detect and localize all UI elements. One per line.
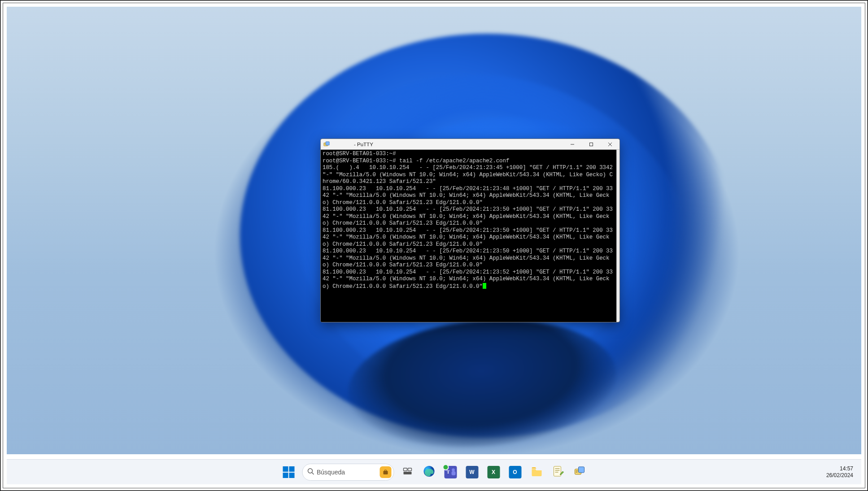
svg-rect-11 (403, 468, 407, 471)
search-icon (307, 468, 314, 476)
svg-rect-12 (408, 468, 411, 471)
svg-rect-18 (451, 471, 455, 475)
notepadpp-button[interactable] (548, 462, 568, 482)
excel-icon: X (487, 466, 500, 478)
svg-rect-19 (554, 466, 561, 476)
notepadpp-icon (552, 465, 564, 479)
svg-rect-10 (384, 470, 386, 471)
word-icon: W (466, 466, 478, 478)
scroll-up-icon[interactable]: ▲ (617, 150, 620, 156)
svg-rect-13 (403, 472, 411, 474)
putty-taskbar-button[interactable] (570, 462, 589, 482)
svg-point-17 (452, 468, 455, 471)
putty-title-text: - PuTTY (332, 142, 373, 147)
terminal-text: root@SRV-BETA01-033:~# root@SRV-BETA01-0… (323, 151, 616, 290)
putty-titlebar[interactable]: - PuTTY (321, 139, 619, 150)
taskbar[interactable]: Búsqueda T (7, 459, 861, 484)
task-view-button[interactable] (397, 462, 417, 482)
tray-time: 14:57 (840, 465, 853, 472)
terminal-cursor (483, 283, 486, 289)
word-button[interactable]: W (462, 462, 482, 482)
outlook-icon: O (509, 466, 521, 478)
tray-date: 26/02/2024 (826, 472, 853, 479)
outlook-button[interactable]: O (505, 462, 525, 482)
putty-icon (323, 141, 330, 148)
edge-button[interactable] (419, 462, 439, 482)
putty-taskbar-icon (574, 465, 585, 479)
search-placeholder: Búsqueda (317, 469, 345, 476)
desktop-wallpaper[interactable]: - PuTTY root@SRV-BETA01-033:~# root@SRV-… (7, 7, 861, 454)
teams-button[interactable]: T (441, 462, 460, 482)
windows-logo-icon (283, 466, 294, 478)
maximize-button[interactable] (582, 139, 601, 150)
scroll-down-icon[interactable]: ▼ (617, 316, 620, 322)
svg-point-7 (308, 469, 312, 473)
svg-rect-4 (590, 143, 593, 146)
explorer-button[interactable] (527, 462, 546, 482)
minimize-button[interactable] (563, 139, 582, 150)
close-button[interactable] (601, 139, 619, 150)
terminal-output[interactable]: root@SRV-BETA01-033:~# root@SRV-BETA01-0… (321, 150, 616, 322)
task-view-icon (402, 466, 413, 478)
svg-line-8 (312, 473, 314, 474)
search-highlight-icon (379, 466, 391, 478)
terminal-scrollbar[interactable]: ▲ ▼ (616, 150, 619, 322)
putty-window[interactable]: - PuTTY root@SRV-BETA01-033:~# root@SRV-… (320, 139, 620, 322)
svg-rect-1 (326, 141, 329, 145)
folder-icon (530, 465, 543, 479)
taskbar-search[interactable]: Búsqueda (302, 464, 394, 481)
svg-rect-24 (578, 467, 584, 473)
excel-button[interactable]: X (484, 462, 503, 482)
edge-icon (423, 465, 435, 479)
start-button[interactable] (279, 462, 298, 482)
system-tray[interactable]: 14:57 26/02/2024 (826, 460, 853, 484)
teams-status-badge (442, 464, 449, 470)
